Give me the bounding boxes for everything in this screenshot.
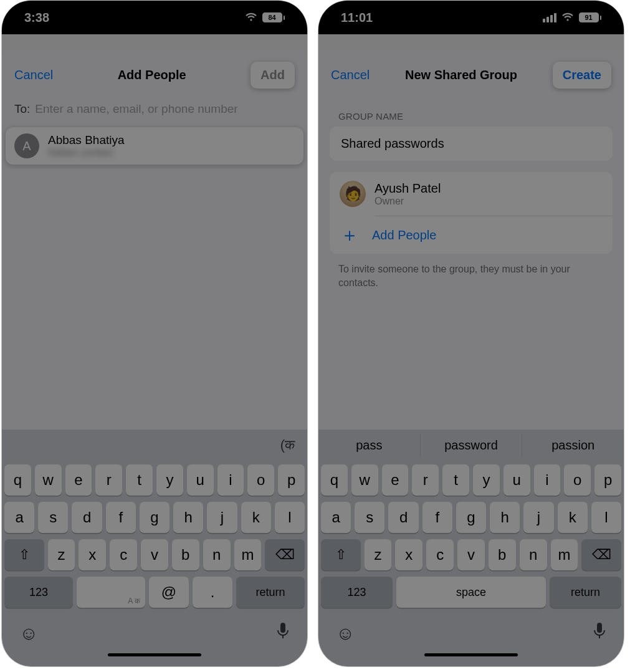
shift-key[interactable]: ⇧ (4, 539, 44, 570)
wifi-icon (245, 11, 257, 25)
key-o[interactable]: o (564, 464, 591, 496)
key-x[interactable]: x (79, 539, 106, 570)
contact-detail: hidden contact (48, 147, 125, 158)
mic-icon[interactable] (593, 622, 606, 645)
language-icon[interactable]: (क (280, 437, 295, 453)
key-e[interactable]: e (382, 464, 409, 496)
key-b[interactable]: b (172, 539, 199, 570)
backspace-key[interactable]: ⌫ (581, 539, 621, 570)
key-j[interactable]: j (523, 502, 553, 533)
key-s[interactable]: s (38, 502, 68, 533)
key-w[interactable]: w (35, 464, 62, 496)
key-r[interactable]: r (95, 464, 122, 496)
key-j[interactable]: j (207, 502, 237, 533)
add-people-label: Add People (372, 228, 436, 242)
key-v[interactable]: v (141, 539, 168, 570)
key-o[interactable]: o (247, 464, 274, 496)
key-b[interactable]: b (489, 539, 516, 570)
key-e[interactable]: e (65, 464, 92, 496)
cancel-button[interactable]: Cancel (331, 68, 370, 82)
home-indicator[interactable] (424, 653, 518, 656)
group-name-input[interactable]: Shared passwords (330, 127, 613, 161)
key-u[interactable]: u (504, 464, 530, 496)
nav-bar: Cancel Add People Add (2, 50, 307, 97)
key-i[interactable]: i (534, 464, 561, 496)
suggestion[interactable]: password (421, 430, 522, 461)
key-p[interactable]: p (278, 464, 305, 496)
key-l[interactable]: l (275, 502, 305, 533)
contact-suggestion[interactable]: A Abbas Bhatiya hidden contact (6, 127, 303, 165)
emoji-icon[interactable]: ☺ (336, 623, 355, 644)
key-a[interactable]: a (4, 502, 34, 533)
home-indicator[interactable] (108, 653, 201, 656)
key-g[interactable]: g (456, 502, 486, 533)
key-m[interactable]: m (551, 539, 578, 570)
key-k[interactable]: k (241, 502, 271, 533)
key-t[interactable]: t (442, 464, 469, 496)
key-u[interactable]: u (187, 464, 214, 496)
key-y[interactable]: y (156, 464, 183, 496)
numbers-key[interactable]: 123 (4, 577, 73, 608)
key-c[interactable]: c (426, 539, 454, 570)
mic-icon[interactable] (276, 622, 290, 645)
key-r[interactable]: r (412, 464, 439, 496)
key-q[interactable]: q (321, 464, 348, 496)
key-k[interactable]: k (558, 502, 588, 533)
add-people-button[interactable]: ＋ Add People (330, 216, 613, 254)
add-button[interactable]: Add (251, 62, 295, 89)
keyboard[interactable]: pass password passion qwertyuiop asdfghj… (318, 430, 624, 666)
suggestion[interactable]: passion (522, 430, 624, 461)
key-f[interactable]: f (422, 502, 452, 533)
key-d[interactable]: d (72, 502, 102, 533)
return-key[interactable]: return (236, 577, 305, 608)
to-field[interactable]: To: Enter a name, email, or phone number (2, 97, 307, 125)
key-n[interactable]: n (203, 539, 231, 570)
lang-key[interactable]: A क (77, 577, 145, 608)
page-title: New Shared Group (405, 68, 517, 82)
phone-left: 3:38 84 Cancel Add People Add To: Enter … (1, 0, 308, 667)
key-w[interactable]: w (351, 464, 378, 496)
key-a[interactable]: a (321, 502, 351, 533)
kb-row-2: asdfghjkl (321, 502, 621, 533)
suggestion[interactable]: pass (318, 430, 420, 461)
key-i[interactable]: i (217, 464, 244, 496)
shift-key[interactable]: ⇧ (321, 539, 361, 570)
key-c[interactable]: c (110, 539, 137, 570)
contact-name: Abbas Bhatiya (48, 133, 125, 147)
group-members-card: 🧑 Ayush Patel Owner ＋ Add People (330, 172, 613, 254)
key-n[interactable]: n (520, 539, 547, 570)
key-m[interactable]: m (234, 539, 262, 570)
at-key[interactable]: @ (149, 577, 189, 608)
key-q[interactable]: q (4, 464, 31, 496)
key-s[interactable]: s (355, 502, 384, 533)
return-key[interactable]: return (550, 577, 621, 608)
create-button[interactable]: Create (553, 62, 611, 89)
owner-row[interactable]: 🧑 Ayush Patel Owner (330, 172, 613, 216)
keyboard[interactable]: (क qwertyuiop asdfghjkl ⇧ zxcvbnm ⌫ 123 … (2, 430, 307, 666)
status-time: 11:01 (341, 11, 373, 25)
key-h[interactable]: h (173, 502, 203, 533)
numbers-key[interactable]: 123 (321, 577, 393, 608)
key-t[interactable]: t (126, 464, 153, 496)
key-p[interactable]: p (594, 464, 621, 496)
to-placeholder: Enter a name, email, or phone number (35, 102, 237, 116)
emoji-icon[interactable]: ☺ (19, 623, 39, 644)
key-x[interactable]: x (395, 539, 422, 570)
key-z[interactable]: z (365, 539, 392, 570)
status-bar: 11:01 91 (318, 1, 624, 34)
key-l[interactable]: l (591, 502, 621, 533)
to-label: To: (14, 102, 30, 116)
key-d[interactable]: d (388, 502, 418, 533)
space-key[interactable]: space (396, 577, 546, 608)
cancel-button[interactable]: Cancel (14, 68, 53, 82)
key-h[interactable]: h (490, 502, 520, 533)
kb-row-3: ⇧ zxcvbnm ⌫ (4, 539, 305, 570)
key-y[interactable]: y (473, 464, 500, 496)
key-g[interactable]: g (140, 502, 169, 533)
backspace-key[interactable]: ⌫ (265, 539, 305, 570)
dot-key[interactable]: . (193, 577, 232, 608)
key-z[interactable]: z (48, 539, 75, 570)
key-v[interactable]: v (457, 539, 485, 570)
key-f[interactable]: f (106, 502, 136, 533)
plus-icon: ＋ (341, 226, 358, 244)
